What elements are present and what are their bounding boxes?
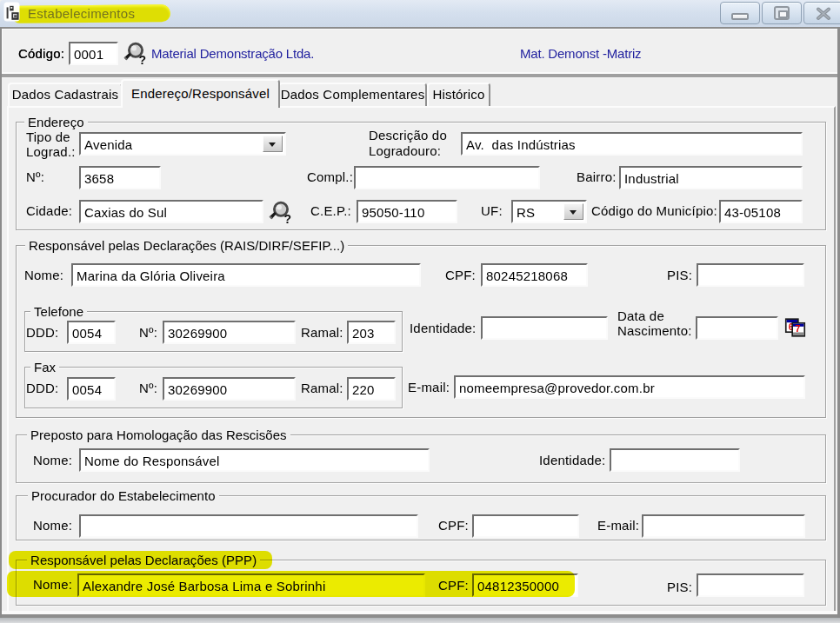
svg-text:?: ? bbox=[139, 53, 147, 66]
svg-text:?: ? bbox=[284, 212, 292, 225]
svg-text:7: 7 bbox=[796, 323, 801, 334]
